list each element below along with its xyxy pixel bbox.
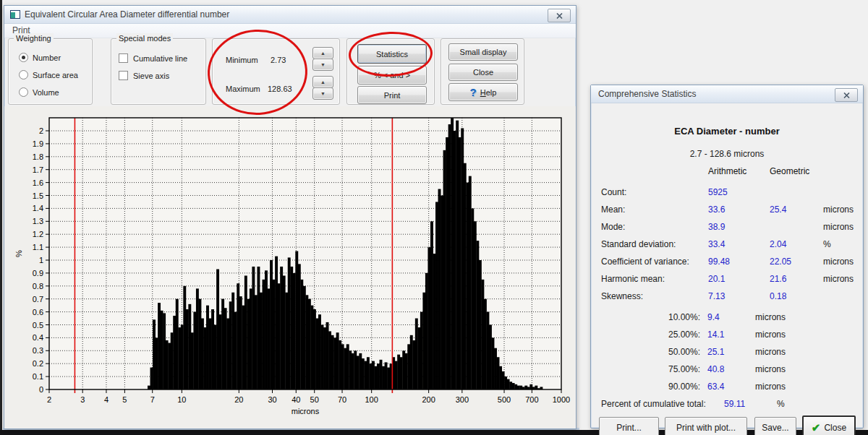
table-row: Standard deviation: 33.4 2.04 % (591, 236, 863, 253)
maximum-up-button[interactable]: ▲ (312, 76, 333, 88)
close-stats-button[interactable]: ✔ Close (802, 415, 856, 435)
svg-text:0.1: 0.1 (33, 372, 43, 381)
minimum-value: 2.73 (271, 56, 286, 64)
radio-number[interactable]: Number (19, 53, 61, 62)
svg-text:4: 4 (104, 395, 109, 404)
percent-and-button[interactable]: % < and > (357, 66, 427, 85)
svg-text:1.4: 1.4 (33, 204, 43, 212)
cumulative-line-checkbox-icon (119, 53, 128, 63)
cumulative-total-row: Percent of cumulative total: 59.11 % (591, 395, 863, 413)
svg-text:1.8: 1.8 (33, 152, 43, 161)
close-icon (843, 92, 850, 98)
down-arrow-icon: ▼ (320, 62, 326, 67)
up-arrow-icon: ▲ (320, 51, 326, 56)
main-titlebar: Equivalent Circular Area Diameter differ… (4, 6, 576, 24)
help-button[interactable]: ? Help (448, 83, 518, 101)
actions-group: Statistics % < and > Print (346, 38, 435, 105)
svg-text:0.9: 0.9 (33, 269, 43, 277)
table-row: Coefficient of variance: 99.48 22.05 mic… (591, 253, 863, 270)
svg-text:microns: microns (292, 407, 320, 415)
table-row: 25.00%: 14.1 microns (591, 326, 863, 343)
help-question-icon: ? (470, 86, 477, 98)
print-button[interactable]: Print... (599, 417, 659, 435)
print-button[interactable]: Print (357, 86, 427, 104)
stats-dialog: Comprehensive Statistics ECA Diameter - … (590, 85, 864, 428)
stats-table: Count: 5925 Mean: 33.6 25.4 microns Mode… (591, 184, 863, 305)
svg-text:1.9: 1.9 (33, 139, 43, 148)
svg-text:0.6: 0.6 (33, 308, 43, 316)
svg-text:0.4: 0.4 (33, 333, 43, 342)
svg-text:%: % (14, 250, 23, 257)
table-row: Mode: 38.9 microns (591, 218, 863, 236)
svg-text:0: 0 (39, 385, 43, 394)
svg-text:0.2: 0.2 (33, 359, 43, 368)
svg-text:3: 3 (80, 395, 85, 404)
radio-surface-area[interactable]: Surface area (19, 70, 78, 79)
svg-text:1.3: 1.3 (33, 217, 43, 225)
minimum-label: Minimum (226, 56, 258, 64)
radio-volume[interactable]: Volume (19, 87, 59, 97)
radio-number-icon (19, 53, 28, 62)
svg-text:1.7: 1.7 (33, 165, 43, 174)
menu-bar: Print (4, 24, 576, 38)
stats-titlebar: Comprehensive Statistics (591, 85, 863, 103)
svg-text:0.7: 0.7 (33, 295, 43, 303)
percentile-table: 10.00%: 9.4 microns 25.00%: 14.1 microns… (591, 309, 863, 395)
svg-text:100: 100 (365, 395, 378, 404)
maximum-down-button[interactable]: ▼ (312, 87, 333, 100)
svg-text:5: 5 (122, 395, 127, 404)
save-button[interactable]: Save... (754, 417, 796, 435)
table-row: 75.00%: 40.8 microns (591, 361, 863, 378)
main-window: Equivalent Circular Area Diameter differ… (4, 5, 576, 429)
svg-text:2: 2 (39, 126, 43, 135)
svg-text:300: 300 (456, 395, 469, 404)
column-header-arithmetic: Arithmetic (708, 166, 746, 176)
checkmark-icon: ✔ (812, 421, 821, 434)
table-row: Harmonic mean: 20.1 21.6 microns (591, 270, 863, 288)
svg-text:500: 500 (498, 395, 511, 404)
window-actions-group: Small display Close ? Help (441, 38, 524, 105)
app-icon (10, 10, 20, 19)
svg-text:200: 200 (422, 395, 435, 404)
special-modes-group: Special modes Cumulative line Sieve axis (111, 38, 206, 105)
table-row: 10.00%: 9.4 microns (591, 309, 863, 326)
radio-volume-icon (19, 87, 28, 97)
svg-text:1.6: 1.6 (33, 178, 43, 187)
maximum-value: 128.63 (268, 85, 292, 93)
minimum-down-button[interactable]: ▼ (312, 59, 333, 71)
weighting-group: Weighting Number Surface area Volume (8, 38, 93, 105)
svg-text:2: 2 (47, 395, 51, 404)
svg-text:10: 10 (177, 395, 186, 404)
svg-text:20: 20 (234, 395, 243, 404)
svg-text:1.5: 1.5 (33, 191, 43, 200)
column-header-geometric: Geometric (770, 166, 809, 176)
sieve-axis-checkbox-icon (119, 71, 128, 80)
svg-text:1: 1 (39, 256, 43, 264)
print-with-plot-button[interactable]: Print with plot... (665, 417, 747, 435)
svg-text:50: 50 (310, 395, 319, 404)
small-display-button[interactable]: Small display (448, 43, 518, 61)
close-button[interactable]: Close (448, 64, 518, 81)
window-title: Equivalent Circular Area Diameter differ… (25, 9, 229, 20)
table-row: Skewness: 7.13 0.18 (591, 288, 863, 305)
maximum-label: Maximum (226, 85, 260, 93)
close-window-button[interactable] (548, 9, 571, 22)
svg-text:70: 70 (338, 395, 346, 404)
table-row: 90.00%: 63.4 microns (591, 378, 863, 395)
checkbox-cumulative-line[interactable]: Cumulative line (119, 53, 187, 63)
svg-text:30: 30 (268, 395, 276, 404)
close-dialog-button[interactable] (835, 88, 858, 102)
up-arrow-icon: ▲ (320, 79, 326, 85)
svg-text:0.5: 0.5 (33, 321, 43, 330)
weighting-caption: Weighting (14, 33, 54, 43)
statistics-button[interactable]: Statistics (357, 44, 427, 64)
stats-range: 2.7 - 128.6 microns (591, 149, 863, 159)
special-modes-caption: Special modes (116, 33, 173, 43)
svg-text:0.3: 0.3 (33, 346, 43, 355)
radio-surface-area-icon (19, 70, 28, 79)
stats-dialog-body: ECA Diameter - number 2.7 - 128.6 micron… (591, 104, 863, 428)
checkbox-sieve-axis[interactable]: Sieve axis (119, 71, 169, 80)
minimum-up-button[interactable]: ▲ (312, 47, 333, 59)
table-row: 50.00%: 25.1 microns (591, 343, 863, 361)
screen-left-border (0, 0, 2, 435)
